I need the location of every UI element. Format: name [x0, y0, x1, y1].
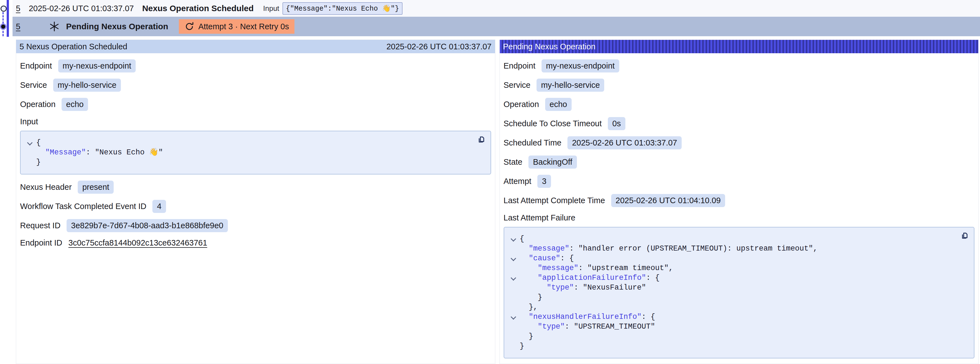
copy-icon[interactable]	[960, 231, 969, 241]
field-label: Scheduled Time	[504, 138, 562, 147]
code-line: {	[24, 138, 485, 148]
code-line-gutter	[507, 312, 520, 322]
collapse-chevron-icon[interactable]	[511, 314, 516, 320]
retry-badge-label: Attempt 3 · Next Retry 0s	[198, 22, 289, 31]
code-line-gutter	[507, 322, 520, 332]
filled-circle-icon	[1, 24, 5, 29]
code-line: "message": "handler error (UPSTREAM_TIME…	[507, 244, 969, 254]
asterisk-icon	[49, 21, 60, 32]
code-line-text: }	[520, 293, 542, 302]
retry-badge: Attempt 3 · Next Retry 0s	[179, 19, 295, 34]
field-label: Endpoint	[20, 61, 52, 70]
field-attempt: Attempt3	[504, 175, 975, 188]
collapse-chevron-icon[interactable]	[511, 255, 516, 261]
code-line: "type": "UPSTREAM_TIMEOUT"	[507, 322, 969, 332]
code-line-gutter	[507, 244, 520, 254]
scheduled-event-panel: 5 Nexus Operation Scheduled 2025-02-26 U…	[16, 40, 495, 364]
code-line: "applicationFailureInfo": {	[507, 273, 969, 283]
code-line-gutter	[507, 273, 520, 283]
pending-panel-body: Endpointmy-nexus-endpointServicemy-hello…	[500, 53, 978, 364]
code-line: }	[24, 158, 485, 167]
code-line-gutter	[24, 158, 36, 167]
open-circle-icon	[0, 6, 7, 12]
field-last-attempt-failure: Last Attempt Failure{ "message": "handle…	[504, 213, 975, 358]
field-value-badge: my-nexus-endpoint	[58, 59, 136, 72]
field-label: Operation	[20, 100, 56, 109]
code-line-gutter	[24, 138, 36, 148]
code-line-text: "nexusHandlerFailureInfo": {	[520, 312, 655, 322]
field-label: Last Attempt Failure	[504, 213, 975, 222]
code-line-text: }	[36, 158, 41, 167]
field-value-badge: 2025-02-26 UTC 01:03:37.07	[568, 136, 681, 149]
collapse-chevron-icon[interactable]	[511, 275, 516, 281]
code-line-text: "applicationFailureInfo": {	[520, 273, 660, 283]
event-id-link[interactable]: 5	[16, 4, 20, 13]
field-value-badge: my-hello-service	[53, 78, 121, 92]
field-service: Servicemy-hello-service	[504, 78, 975, 92]
field-value-badge: echo	[62, 98, 88, 111]
field-label: Endpoint	[504, 61, 536, 70]
collapse-chevron-icon[interactable]	[27, 140, 33, 145]
code-line-gutter	[507, 283, 520, 293]
field-label: Service	[504, 81, 531, 90]
field-label: Nexus Header	[20, 182, 72, 192]
code-line-text: }	[520, 342, 524, 351]
event-title: Nexus Operation Scheduled	[142, 4, 253, 13]
field-label: Input	[20, 117, 491, 126]
field-label: Schedule To Close Timeout	[504, 119, 602, 128]
field-value-badge: my-nexus-endpoint	[541, 59, 619, 72]
field-endpoint: Endpointmy-nexus-endpoint	[504, 59, 975, 72]
field-operation: Operationecho	[504, 98, 975, 111]
field-label: Workflow Task Completed Event ID	[20, 202, 146, 211]
field-endpoint-id: Endpoint ID3c0c75ccfa8144b092c13ce632463…	[20, 238, 491, 247]
field-scheduled-time: Scheduled Time2025-02-26 UTC 01:03:37.07	[504, 136, 975, 149]
json-code-block: { "message": "handler error (UPSTREAM_TI…	[504, 227, 975, 358]
code-line: }	[507, 293, 969, 302]
field-label: Request ID	[20, 221, 60, 230]
code-line-gutter	[507, 234, 520, 244]
code-line-gutter	[507, 254, 520, 263]
field-value-badge: my-hello-service	[536, 78, 604, 92]
field-value-link[interactable]: 3c0c75ccfa8144b092c13ce632463761	[68, 238, 207, 247]
code-line-text: "message": "upstream timeout",	[520, 263, 673, 273]
scheduled-panel-title: 5 Nexus Operation Scheduled	[19, 42, 127, 51]
code-line-text: {	[520, 234, 524, 244]
code-line-text: {	[36, 138, 41, 148]
field-label: Operation	[504, 100, 539, 109]
code-line-text: },	[520, 302, 538, 312]
copy-icon[interactable]	[477, 135, 486, 145]
code-line-gutter	[507, 302, 520, 312]
code-line-text: "type": "NexusFailure"	[520, 283, 646, 293]
code-line: "message": "upstream timeout",	[507, 263, 969, 273]
field-value-badge: present	[78, 180, 114, 194]
field-label: State	[504, 158, 523, 167]
pending-id-link[interactable]: 5	[16, 22, 20, 31]
scheduled-panel-timestamp: 2025-02-26 UTC 01:03:37.07	[387, 42, 492, 51]
pending-operation-panel: Pending Nexus Operation Endpointmy-nexus…	[500, 40, 979, 364]
code-line-text: }	[520, 332, 533, 342]
event-row-scheduled[interactable]: 5 2025-02-26 UTC 01:03:37.07 Nexus Opera…	[13, 0, 980, 17]
event-input-label: Input	[263, 4, 279, 13]
field-nexus-header: Nexus Headerpresent	[20, 180, 491, 194]
collapse-chevron-icon[interactable]	[511, 236, 516, 242]
code-line-gutter	[507, 263, 520, 273]
field-last-attempt-complete-time: Last Attempt Complete Time2025-02-26 UTC…	[504, 194, 975, 207]
scheduled-panel-body: Endpointmy-nexus-endpointServicemy-hello…	[16, 53, 495, 256]
field-state: StateBackingOff	[504, 155, 975, 169]
field-value-badge: 2025-02-26 UTC 01:04:10.09	[611, 194, 725, 207]
retry-icon	[185, 21, 194, 32]
event-input-value-badge: {"Message":"Nexus Echo 👋"}	[282, 2, 402, 15]
json-code-block: { "Message": "Nexus Echo 👋"}	[20, 131, 491, 174]
field-value-badge: echo	[545, 98, 572, 111]
code-line: {	[507, 234, 969, 244]
field-schedule-to-close-timeout: Schedule To Close Timeout0s	[504, 117, 975, 130]
code-line-text: "message": "handler error (UPSTREAM_TIME…	[520, 244, 818, 254]
code-line: "cause": {	[507, 254, 969, 263]
field-value-badge: 3e829b7e-7d67-4b08-aad3-b1e868bfe9e0	[67, 219, 228, 232]
field-value-badge: BackingOff	[528, 155, 577, 169]
pending-operation-row[interactable]: 5 Pending Nexus Operation Attempt 3 · Ne…	[13, 17, 980, 36]
code-line: },	[507, 302, 969, 312]
code-line-text: "type": "UPSTREAM_TIMEOUT"	[520, 322, 655, 332]
pending-title: Pending Nexus Operation	[66, 22, 168, 31]
event-timestamp: 2025-02-26 UTC 01:03:37.07	[29, 4, 134, 13]
